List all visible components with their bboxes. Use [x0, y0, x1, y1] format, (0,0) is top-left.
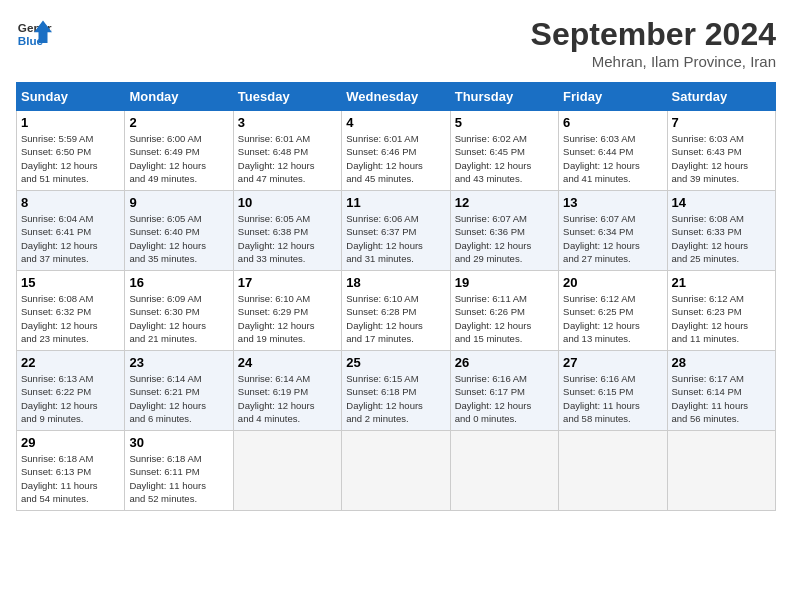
day-number: 11 [346, 195, 445, 210]
logo-icon: General Blue [16, 16, 52, 52]
table-row: 23 Sunrise: 6:14 AM Sunset: 6:21 PM Dayl… [125, 351, 233, 431]
table-row: 5 Sunrise: 6:02 AM Sunset: 6:45 PM Dayli… [450, 111, 558, 191]
table-row: 29 Sunrise: 6:18 AM Sunset: 6:13 PM Dayl… [17, 431, 125, 511]
day-number: 10 [238, 195, 337, 210]
table-row: 10 Sunrise: 6:05 AM Sunset: 6:38 PM Dayl… [233, 191, 341, 271]
day-number: 23 [129, 355, 228, 370]
day-number: 20 [563, 275, 662, 290]
col-sunday: Sunday [17, 83, 125, 111]
calendar-header-row: Sunday Monday Tuesday Wednesday Thursday… [17, 83, 776, 111]
day-number: 14 [672, 195, 771, 210]
day-info: Sunrise: 6:05 AM Sunset: 6:40 PM Dayligh… [129, 212, 228, 265]
page-header: General Blue September 2024 Mehran, Ilam… [16, 16, 776, 70]
table-row: 9 Sunrise: 6:05 AM Sunset: 6:40 PM Dayli… [125, 191, 233, 271]
table-row: 18 Sunrise: 6:10 AM Sunset: 6:28 PM Dayl… [342, 271, 450, 351]
day-info: Sunrise: 6:12 AM Sunset: 6:25 PM Dayligh… [563, 292, 662, 345]
day-info: Sunrise: 6:14 AM Sunset: 6:21 PM Dayligh… [129, 372, 228, 425]
day-number: 27 [563, 355, 662, 370]
day-number: 24 [238, 355, 337, 370]
calendar-week-row: 1 Sunrise: 5:59 AM Sunset: 6:50 PM Dayli… [17, 111, 776, 191]
day-info: Sunrise: 6:01 AM Sunset: 6:48 PM Dayligh… [238, 132, 337, 185]
day-number: 2 [129, 115, 228, 130]
day-info: Sunrise: 6:09 AM Sunset: 6:30 PM Dayligh… [129, 292, 228, 345]
day-info: Sunrise: 5:59 AM Sunset: 6:50 PM Dayligh… [21, 132, 120, 185]
day-number: 9 [129, 195, 228, 210]
col-wednesday: Wednesday [342, 83, 450, 111]
table-row: 24 Sunrise: 6:14 AM Sunset: 6:19 PM Dayl… [233, 351, 341, 431]
table-row [667, 431, 775, 511]
day-number: 4 [346, 115, 445, 130]
table-row: 16 Sunrise: 6:09 AM Sunset: 6:30 PM Dayl… [125, 271, 233, 351]
day-info: Sunrise: 6:04 AM Sunset: 6:41 PM Dayligh… [21, 212, 120, 265]
table-row [450, 431, 558, 511]
day-info: Sunrise: 6:13 AM Sunset: 6:22 PM Dayligh… [21, 372, 120, 425]
table-row: 1 Sunrise: 5:59 AM Sunset: 6:50 PM Dayli… [17, 111, 125, 191]
day-number: 6 [563, 115, 662, 130]
day-info: Sunrise: 6:12 AM Sunset: 6:23 PM Dayligh… [672, 292, 771, 345]
calendar-week-row: 22 Sunrise: 6:13 AM Sunset: 6:22 PM Dayl… [17, 351, 776, 431]
month-year: September 2024 [531, 16, 776, 53]
day-number: 19 [455, 275, 554, 290]
day-number: 21 [672, 275, 771, 290]
day-info: Sunrise: 6:16 AM Sunset: 6:15 PM Dayligh… [563, 372, 662, 425]
day-info: Sunrise: 6:00 AM Sunset: 6:49 PM Dayligh… [129, 132, 228, 185]
day-number: 25 [346, 355, 445, 370]
title-block: September 2024 Mehran, Ilam Province, Ir… [531, 16, 776, 70]
day-number: 13 [563, 195, 662, 210]
calendar-table: Sunday Monday Tuesday Wednesday Thursday… [16, 82, 776, 511]
calendar-week-row: 8 Sunrise: 6:04 AM Sunset: 6:41 PM Dayli… [17, 191, 776, 271]
logo: General Blue [16, 16, 52, 52]
col-saturday: Saturday [667, 83, 775, 111]
table-row: 25 Sunrise: 6:15 AM Sunset: 6:18 PM Dayl… [342, 351, 450, 431]
day-info: Sunrise: 6:03 AM Sunset: 6:43 PM Dayligh… [672, 132, 771, 185]
day-info: Sunrise: 6:18 AM Sunset: 6:11 PM Dayligh… [129, 452, 228, 505]
day-number: 15 [21, 275, 120, 290]
table-row: 26 Sunrise: 6:16 AM Sunset: 6:17 PM Dayl… [450, 351, 558, 431]
day-info: Sunrise: 6:06 AM Sunset: 6:37 PM Dayligh… [346, 212, 445, 265]
table-row: 15 Sunrise: 6:08 AM Sunset: 6:32 PM Dayl… [17, 271, 125, 351]
day-number: 28 [672, 355, 771, 370]
day-info: Sunrise: 6:05 AM Sunset: 6:38 PM Dayligh… [238, 212, 337, 265]
table-row [233, 431, 341, 511]
day-info: Sunrise: 6:07 AM Sunset: 6:34 PM Dayligh… [563, 212, 662, 265]
day-info: Sunrise: 6:01 AM Sunset: 6:46 PM Dayligh… [346, 132, 445, 185]
calendar-week-row: 29 Sunrise: 6:18 AM Sunset: 6:13 PM Dayl… [17, 431, 776, 511]
table-row: 13 Sunrise: 6:07 AM Sunset: 6:34 PM Dayl… [559, 191, 667, 271]
day-number: 5 [455, 115, 554, 130]
table-row: 27 Sunrise: 6:16 AM Sunset: 6:15 PM Dayl… [559, 351, 667, 431]
table-row: 21 Sunrise: 6:12 AM Sunset: 6:23 PM Dayl… [667, 271, 775, 351]
day-info: Sunrise: 6:16 AM Sunset: 6:17 PM Dayligh… [455, 372, 554, 425]
table-row: 28 Sunrise: 6:17 AM Sunset: 6:14 PM Dayl… [667, 351, 775, 431]
col-friday: Friday [559, 83, 667, 111]
day-info: Sunrise: 6:10 AM Sunset: 6:29 PM Dayligh… [238, 292, 337, 345]
day-info: Sunrise: 6:18 AM Sunset: 6:13 PM Dayligh… [21, 452, 120, 505]
day-info: Sunrise: 6:08 AM Sunset: 6:32 PM Dayligh… [21, 292, 120, 345]
calendar-week-row: 15 Sunrise: 6:08 AM Sunset: 6:32 PM Dayl… [17, 271, 776, 351]
table-row: 14 Sunrise: 6:08 AM Sunset: 6:33 PM Dayl… [667, 191, 775, 271]
day-number: 7 [672, 115, 771, 130]
table-row: 6 Sunrise: 6:03 AM Sunset: 6:44 PM Dayli… [559, 111, 667, 191]
col-thursday: Thursday [450, 83, 558, 111]
day-info: Sunrise: 6:02 AM Sunset: 6:45 PM Dayligh… [455, 132, 554, 185]
day-number: 30 [129, 435, 228, 450]
day-info: Sunrise: 6:10 AM Sunset: 6:28 PM Dayligh… [346, 292, 445, 345]
col-monday: Monday [125, 83, 233, 111]
col-tuesday: Tuesday [233, 83, 341, 111]
day-number: 26 [455, 355, 554, 370]
table-row: 2 Sunrise: 6:00 AM Sunset: 6:49 PM Dayli… [125, 111, 233, 191]
table-row: 7 Sunrise: 6:03 AM Sunset: 6:43 PM Dayli… [667, 111, 775, 191]
table-row [342, 431, 450, 511]
day-number: 12 [455, 195, 554, 210]
table-row: 19 Sunrise: 6:11 AM Sunset: 6:26 PM Dayl… [450, 271, 558, 351]
day-info: Sunrise: 6:11 AM Sunset: 6:26 PM Dayligh… [455, 292, 554, 345]
day-number: 1 [21, 115, 120, 130]
table-row: 30 Sunrise: 6:18 AM Sunset: 6:11 PM Dayl… [125, 431, 233, 511]
day-number: 3 [238, 115, 337, 130]
location: Mehran, Ilam Province, Iran [531, 53, 776, 70]
day-info: Sunrise: 6:14 AM Sunset: 6:19 PM Dayligh… [238, 372, 337, 425]
table-row [559, 431, 667, 511]
day-number: 16 [129, 275, 228, 290]
day-info: Sunrise: 6:15 AM Sunset: 6:18 PM Dayligh… [346, 372, 445, 425]
table-row: 3 Sunrise: 6:01 AM Sunset: 6:48 PM Dayli… [233, 111, 341, 191]
day-info: Sunrise: 6:17 AM Sunset: 6:14 PM Dayligh… [672, 372, 771, 425]
